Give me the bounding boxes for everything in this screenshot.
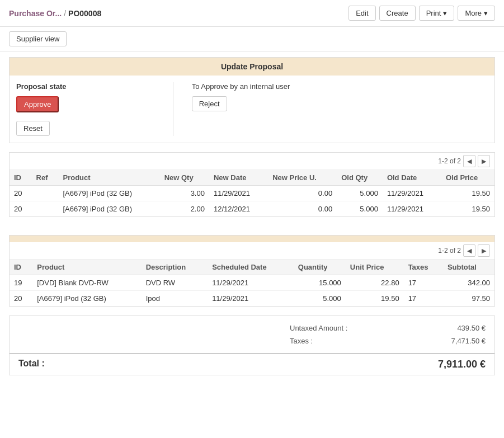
proposal-title: Update Proposal bbox=[10, 58, 494, 76]
totals-body: Untaxed Amount : 439.50 € Taxes : 7,471.… bbox=[10, 316, 494, 353]
cell-description: Ipod bbox=[142, 291, 208, 307]
cell-ref bbox=[32, 201, 59, 217]
col-old-qty: Old Qty bbox=[337, 170, 383, 186]
more-dropdown-icon: ▾ bbox=[484, 9, 488, 17]
order-col-scheduled-date: Scheduled Date bbox=[208, 260, 294, 275]
order-col-subtotal: Subtotal bbox=[443, 260, 494, 275]
cell-new-qty: 2.00 bbox=[160, 201, 209, 217]
proposal-table-nav: 1-2 of 2 ◀ ▶ bbox=[10, 153, 494, 170]
orders-header bbox=[10, 236, 494, 242]
proposal-prev-button[interactable]: ◀ bbox=[463, 155, 475, 167]
orders-table-nav: 1-2 of 2 ◀ ▶ bbox=[10, 242, 494, 260]
spacer-1 bbox=[9, 226, 495, 235]
proposal-state-label: Proposal state bbox=[16, 82, 164, 91]
cell-product: [A6679] iPod (32 GB) bbox=[32, 291, 141, 307]
orders-table-header-row: ID Product Description Scheduled Date Qu… bbox=[10, 260, 494, 275]
supplier-view-button[interactable]: Supplier view bbox=[9, 31, 67, 46]
orders-pagination: 1-2 of 2 bbox=[438, 247, 461, 255]
cell-old-price: 19.50 bbox=[441, 186, 494, 201]
proposal-body: Proposal state Approve Reset To Approve … bbox=[10, 76, 494, 143]
cell-old-qty: 5.000 bbox=[337, 201, 383, 217]
order-col-description: Description bbox=[142, 260, 208, 275]
cell-new-date: 12/12/2021 bbox=[209, 201, 268, 217]
totals-section: Untaxed Amount : 439.50 € Taxes : 7,471.… bbox=[9, 315, 495, 375]
breadcrumb-parent[interactable]: Purchase Or... bbox=[9, 9, 62, 18]
proposal-right: To Approve by an internal user Reject bbox=[183, 82, 488, 136]
untaxed-amount-row: Untaxed Amount : 439.50 € bbox=[290, 322, 486, 335]
table-row: 20 [A6679] iPod (32 GB) 2.00 12/12/2021 … bbox=[10, 201, 494, 217]
more-button[interactable]: More ▾ bbox=[458, 6, 495, 21]
col-id: ID bbox=[10, 170, 32, 186]
cell-quantity: 5.000 bbox=[294, 291, 346, 307]
col-product: Product bbox=[59, 170, 160, 186]
order-col-id: ID bbox=[10, 260, 32, 275]
proposal-section: Update Proposal Proposal state Approve R… bbox=[9, 57, 495, 143]
col-new-date: New Date bbox=[209, 170, 268, 186]
orders-next-button[interactable]: ▶ bbox=[478, 244, 490, 257]
proposal-next-button[interactable]: ▶ bbox=[478, 155, 490, 167]
order-col-product: Product bbox=[32, 260, 141, 275]
order-col-unit-price: Unit Price bbox=[346, 260, 404, 275]
total-label: Total : bbox=[18, 359, 45, 370]
total-value: 7,911.00 € bbox=[438, 359, 486, 370]
cell-id: 20 bbox=[10, 201, 32, 217]
reject-button[interactable]: Reject bbox=[192, 96, 227, 111]
taxes-row: Taxes : 7,471.50 € bbox=[290, 335, 486, 347]
proposal-right-text: To Approve by an internal user bbox=[192, 82, 488, 91]
reset-button[interactable]: Reset bbox=[16, 121, 50, 136]
orders-section: 1-2 of 2 ◀ ▶ ID Product Description Sche… bbox=[9, 235, 495, 307]
cell-old-qty: 5.000 bbox=[337, 186, 383, 201]
breadcrumb: Purchase Or... / PO00008 bbox=[9, 9, 101, 18]
approve-button[interactable]: Approve bbox=[16, 96, 59, 112]
cell-new-price-u: 0.00 bbox=[268, 201, 337, 217]
col-ref: Ref bbox=[32, 170, 59, 186]
col-new-price-u: New Price U. bbox=[268, 170, 337, 186]
totals-table: Untaxed Amount : 439.50 € Taxes : 7,471.… bbox=[290, 322, 486, 347]
orders-table: ID Product Description Scheduled Date Qu… bbox=[10, 260, 494, 306]
proposal-table-wrapper: 1-2 of 2 ◀ ▶ ID Ref Product New Qty New … bbox=[9, 152, 495, 217]
cell-scheduled-date: 11/29/2021 bbox=[208, 275, 294, 291]
cell-product: [DVD] Blank DVD-RW bbox=[32, 275, 141, 291]
edit-button[interactable]: Edit bbox=[348, 6, 375, 21]
breadcrumb-separator: / bbox=[64, 9, 66, 18]
create-button[interactable]: Create bbox=[379, 6, 416, 21]
cell-scheduled-date: 11/29/2021 bbox=[208, 291, 294, 307]
cell-subtotal: 342.00 bbox=[443, 275, 494, 291]
cell-id: 20 bbox=[10, 291, 32, 307]
cell-quantity: 15.000 bbox=[294, 275, 346, 291]
proposal-left: Proposal state Approve Reset bbox=[16, 82, 174, 136]
proposal-pagination: 1-2 of 2 bbox=[438, 157, 461, 165]
col-old-price: Old Price bbox=[441, 170, 494, 186]
print-label: Print bbox=[426, 9, 441, 17]
header-actions: Edit Create Print ▾ More ▾ bbox=[348, 6, 495, 21]
order-col-quantity: Quantity bbox=[294, 260, 346, 275]
table-row: 19 [DVD] Blank DVD-RW DVD RW 11/29/2021 … bbox=[10, 275, 494, 291]
cell-unit-price: 22.80 bbox=[346, 275, 404, 291]
proposal-table: ID Ref Product New Qty New Date New Pric… bbox=[10, 170, 494, 216]
untaxed-value: 439.50 € bbox=[430, 324, 486, 332]
order-col-taxes: Taxes bbox=[404, 260, 443, 275]
cell-new-date: 11/29/2021 bbox=[209, 186, 268, 201]
taxes-value: 7,471.50 € bbox=[430, 337, 486, 345]
cell-new-qty: 3.00 bbox=[160, 186, 209, 201]
cell-new-price-u: 0.00 bbox=[268, 186, 337, 201]
cell-id: 19 bbox=[10, 275, 32, 291]
print-button[interactable]: Print ▾ bbox=[419, 6, 455, 21]
cell-description: DVD RW bbox=[142, 275, 208, 291]
cell-id: 20 bbox=[10, 186, 32, 201]
more-label: More bbox=[465, 9, 482, 17]
col-new-qty: New Qty bbox=[160, 170, 209, 186]
breadcrumb-current: PO00008 bbox=[68, 9, 101, 18]
cell-old-price: 19.50 bbox=[441, 201, 494, 217]
page-header: Purchase Or... / PO00008 Edit Create Pri… bbox=[0, 0, 504, 27]
print-dropdown-icon: ▾ bbox=[443, 9, 447, 17]
cell-unit-price: 19.50 bbox=[346, 291, 404, 307]
cell-product: [A6679] iPod (32 GB) bbox=[59, 201, 160, 217]
table-row: 20 [A6679] iPod (32 GB) 3.00 11/29/2021 … bbox=[10, 186, 494, 201]
orders-prev-button[interactable]: ◀ bbox=[463, 244, 475, 257]
cell-taxes: 17 bbox=[404, 291, 443, 307]
cell-product: [A6679] iPod (32 GB) bbox=[59, 186, 160, 201]
main-content: Update Proposal Proposal state Approve R… bbox=[0, 51, 504, 390]
col-old-date: Old Date bbox=[383, 170, 441, 186]
cell-old-date: 11/29/2021 bbox=[383, 186, 441, 201]
